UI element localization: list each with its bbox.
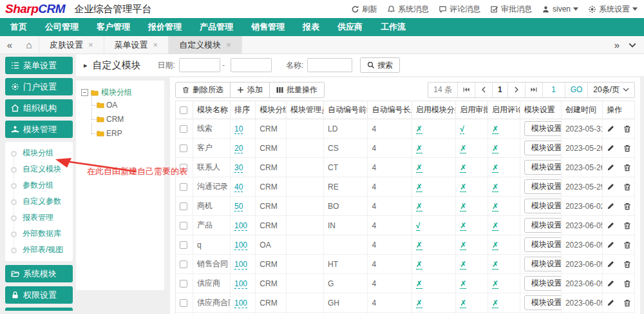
comment-toggle[interactable]: ✗ bbox=[492, 279, 498, 289]
row-checkbox[interactable] bbox=[180, 183, 187, 191]
sidebar-subitem[interactable]: 模块分组 bbox=[5, 145, 73, 161]
prev-page-button[interactable] bbox=[475, 83, 492, 97]
sort-value-link[interactable]: 100 bbox=[234, 260, 247, 270]
classify-toggle[interactable]: ✗ bbox=[416, 240, 422, 250]
module-settings-button[interactable]: 模块设置 bbox=[524, 199, 562, 213]
approve-toggle[interactable]: ✗ bbox=[460, 144, 466, 153]
sidebar-subitem-active[interactable]: 自定义模块 bbox=[5, 161, 73, 177]
delete-icon[interactable] bbox=[623, 125, 631, 133]
tabs-scroll-left-icon[interactable]: « bbox=[0, 36, 19, 54]
header-action-bell[interactable]: 系统消息 bbox=[387, 4, 429, 15]
edit-icon[interactable] bbox=[607, 164, 614, 172]
classify-toggle[interactable]: ✗ bbox=[416, 202, 422, 211]
sidebar-subitem[interactable]: 参数分组 bbox=[5, 177, 73, 193]
select-all-checkbox[interactable] bbox=[180, 106, 187, 114]
nav-item[interactable]: 报价管理 bbox=[139, 18, 191, 36]
classify-toggle[interactable]: ✗ bbox=[416, 260, 422, 270]
sidebar-subitem[interactable]: 外部数据库 bbox=[5, 226, 73, 242]
tree-node[interactable]: CRM bbox=[84, 112, 159, 126]
module-settings-button[interactable]: 模块设置 bbox=[524, 295, 562, 310]
comment-toggle[interactable]: ✗ bbox=[492, 124, 498, 134]
classify-toggle[interactable]: ✗ bbox=[416, 299, 422, 308]
delete-icon[interactable] bbox=[623, 260, 631, 268]
delete-icon[interactable] bbox=[623, 183, 631, 191]
approve-toggle[interactable]: ✗ bbox=[460, 299, 466, 308]
header-action-gear[interactable]: 系统设置 bbox=[588, 4, 638, 15]
classify-toggle[interactable]: ✗ bbox=[416, 279, 422, 289]
row-checkbox[interactable] bbox=[180, 202, 187, 210]
tabs-scroll-right-icon[interactable]: » bbox=[614, 39, 620, 50]
sidebar-button[interactable]: 门户设置 bbox=[5, 78, 73, 95]
comment-toggle[interactable]: ✗ bbox=[492, 202, 498, 211]
sidebar-subitem[interactable]: 报表管理 bbox=[5, 210, 73, 226]
tree-node[interactable]: ERP bbox=[84, 126, 159, 141]
approve-toggle[interactable]: ✗ bbox=[460, 260, 466, 270]
close-icon[interactable]: × bbox=[153, 40, 158, 50]
sidebar-button[interactable]: 权限设置 bbox=[5, 286, 73, 304]
approve-toggle[interactable]: ✗ bbox=[460, 182, 466, 192]
edit-icon[interactable] bbox=[607, 299, 614, 307]
header-action-approval[interactable]: 审批消息 bbox=[490, 4, 532, 15]
edit-icon[interactable] bbox=[607, 125, 614, 133]
classify-toggle[interactable]: ✗ bbox=[416, 144, 422, 153]
module-settings-button[interactable]: 模块设置 bbox=[524, 141, 562, 155]
close-icon[interactable]: × bbox=[88, 40, 93, 50]
sidebar-button[interactable]: 菜单设置 bbox=[5, 57, 73, 74]
edit-icon[interactable] bbox=[607, 280, 614, 288]
sort-value-link[interactable]: 20 bbox=[234, 144, 243, 153]
module-settings-button[interactable]: 模块设置 bbox=[524, 257, 562, 271]
delete-icon[interactable] bbox=[623, 202, 631, 210]
tab[interactable]: 皮肤设置× bbox=[39, 36, 104, 54]
delete-icon[interactable] bbox=[623, 241, 631, 249]
edit-icon[interactable] bbox=[607, 202, 614, 210]
classify-toggle[interactable]: √ bbox=[416, 221, 421, 231]
name-filter-input[interactable] bbox=[307, 58, 352, 72]
current-page[interactable]: 1 bbox=[492, 83, 507, 97]
approve-toggle[interactable]: ✗ bbox=[460, 202, 466, 211]
nav-item[interactable]: 供应商 bbox=[328, 18, 372, 36]
close-icon[interactable]: × bbox=[226, 40, 231, 50]
module-settings-button[interactable]: 模块设置 bbox=[524, 121, 562, 136]
comment-toggle[interactable]: ✗ bbox=[492, 299, 498, 308]
comment-toggle[interactable]: ✗ bbox=[492, 182, 498, 192]
row-checkbox[interactable] bbox=[180, 260, 187, 268]
delete-icon[interactable] bbox=[623, 144, 631, 152]
sort-value-link[interactable]: 10 bbox=[234, 124, 243, 134]
header-action-refresh[interactable]: 刷新 bbox=[351, 4, 377, 15]
comment-toggle[interactable]: ✗ bbox=[492, 240, 498, 250]
date-to-input[interactable] bbox=[231, 58, 272, 72]
comment-toggle[interactable]: ✗ bbox=[492, 260, 498, 270]
sidebar-subitem[interactable]: 外部表/视图 bbox=[5, 242, 73, 258]
edit-icon[interactable] bbox=[607, 260, 614, 268]
module-settings-button[interactable]: 模块设置 bbox=[524, 276, 562, 291]
edit-icon[interactable] bbox=[607, 183, 614, 191]
row-checkbox[interactable] bbox=[180, 241, 187, 249]
edit-icon[interactable] bbox=[607, 144, 614, 152]
approve-toggle[interactable]: ✗ bbox=[460, 240, 466, 250]
header-action-comment[interactable]: 评论消息 bbox=[439, 4, 480, 15]
row-checkbox[interactable] bbox=[180, 144, 187, 152]
toolbar-button[interactable]: 添加 bbox=[230, 82, 270, 98]
classify-toggle[interactable]: ✗ bbox=[416, 182, 422, 192]
tree-root-node[interactable]: − 模块分组 bbox=[81, 87, 159, 98]
next-page-button[interactable] bbox=[507, 83, 525, 97]
edit-icon[interactable] bbox=[607, 222, 614, 230]
delete-icon[interactable] bbox=[623, 299, 631, 307]
first-page-button[interactable] bbox=[457, 83, 475, 97]
sidebar-subitem[interactable]: 自定义参数 bbox=[5, 193, 73, 210]
row-checkbox[interactable] bbox=[180, 280, 187, 288]
classify-toggle[interactable]: ✗ bbox=[416, 124, 422, 134]
nav-item[interactable]: 产品管理 bbox=[191, 18, 242, 36]
module-settings-button[interactable]: 模块设置 bbox=[524, 237, 562, 252]
row-checkbox[interactable] bbox=[180, 164, 187, 172]
sidebar-button[interactable]: 模块管理 bbox=[5, 121, 73, 138]
nav-item[interactable]: 首页 bbox=[1, 18, 36, 36]
row-checkbox[interactable] bbox=[180, 299, 187, 307]
comment-toggle[interactable]: ✗ bbox=[492, 163, 498, 173]
nav-item[interactable]: 工作流 bbox=[372, 18, 415, 36]
delete-icon[interactable] bbox=[623, 222, 631, 230]
row-checkbox[interactable] bbox=[180, 125, 187, 133]
nav-item[interactable]: 报表 bbox=[294, 18, 328, 36]
approve-toggle[interactable]: ✗ bbox=[460, 279, 466, 289]
tree-node[interactable]: OA bbox=[84, 98, 159, 112]
